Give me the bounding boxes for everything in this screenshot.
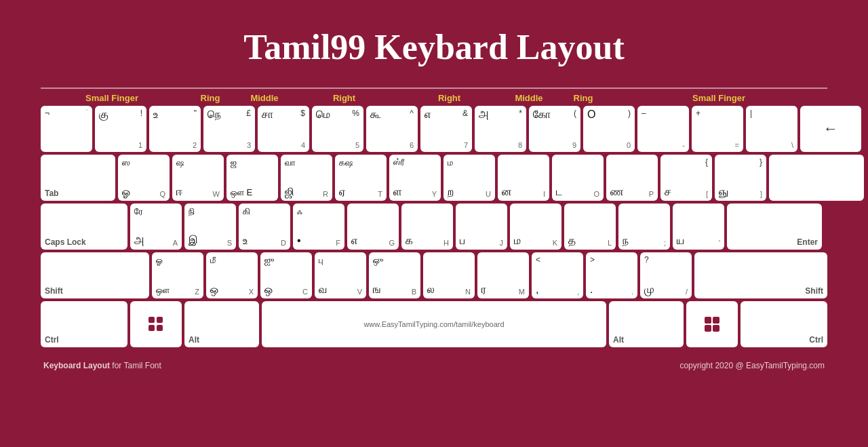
alt-left-key[interactable]: Alt (184, 301, 259, 347)
key-c[interactable]: ஐு ஒ C (260, 252, 312, 298)
finger-label-middle-r: Middle (502, 93, 556, 103)
footer-left: Keyboard Layout for Tamil Font (43, 361, 161, 370)
finger-label-small-finger-r: Small Finger (610, 93, 827, 103)
key-2[interactable]: உ " 2 (149, 106, 201, 152)
footer-right: copyright 2020 @ EasyTamilTyping.com (679, 361, 825, 370)
ctrl-right-key[interactable]: Ctrl (741, 301, 827, 347)
key-apostrophe[interactable]: ய ' (673, 203, 724, 250)
key-h[interactable]: க H (401, 203, 453, 250)
key-semicolon[interactable]: ந ; (618, 203, 670, 250)
key-t[interactable]: கஷ ஏ T (335, 155, 387, 201)
alt-right-key[interactable]: Alt (609, 301, 684, 347)
key-period[interactable]: > . . (586, 252, 637, 298)
finger-label-right-r: Right (397, 93, 502, 103)
enter-key[interactable]: Enter (727, 203, 822, 250)
tab-key[interactable]: Tab (41, 155, 115, 201)
finger-label-small-finger-l: Small Finger (41, 93, 183, 103)
key-d[interactable]: கி உ D (239, 203, 290, 250)
key-w[interactable]: ஷ ஈ W (172, 155, 224, 201)
key-y[interactable]: ஸ்ரீ ள Y (389, 155, 441, 201)
key-5[interactable]: மெ % 5 (312, 106, 363, 152)
key-7[interactable]: எ & 7 (420, 106, 472, 152)
key-u[interactable]: ம ற U (443, 155, 495, 201)
key-9[interactable]: கோ ( 9 (529, 106, 580, 152)
finger-label-right-l: Right (292, 93, 397, 103)
key-f[interactable]: ஃ • F (293, 203, 344, 250)
key-backslash[interactable]: | \ (746, 106, 797, 152)
finger-label-ring-r: Ring (556, 93, 610, 103)
key-n[interactable]: ல N (423, 252, 475, 298)
enter-key-top[interactable] (769, 155, 864, 201)
key-z[interactable]: ஓ ஒள Z (152, 252, 203, 298)
keyboard-container: Small Finger Ring Middle Right Right Mid… (41, 88, 827, 350)
footer: Keyboard Layout for Tamil Font copyright… (41, 361, 827, 370)
key-minus[interactable]: – - (637, 106, 689, 152)
keyboard-row-3: Caps Lock ரே அ A நி (41, 203, 827, 250)
key-l[interactable]: த L (564, 203, 616, 250)
key-b[interactable]: ஒு ங B (369, 252, 420, 298)
key-equals[interactable]: + = (692, 106, 743, 152)
key-3[interactable]: நெ £ 3 (203, 106, 255, 152)
key-k[interactable]: ம K (510, 203, 561, 250)
key-backtick[interactable]: ¬ ` (41, 106, 92, 152)
key-bracket-l[interactable]: { ச [ (660, 155, 712, 201)
key-8[interactable]: அ * 8 (475, 106, 526, 152)
win-right-icon (705, 317, 719, 332)
key-0[interactable]: O ) 0 (583, 106, 635, 152)
keyboard-row-1: ¬ ` கு ! 1 உ " 2 (41, 106, 827, 152)
key-a[interactable]: ரே அ A (130, 203, 182, 250)
finger-label-middle-l: Middle (237, 93, 292, 103)
key-q[interactable]: ஸ ஓ Q (118, 155, 170, 201)
key-x[interactable]: மீ ஒ X (206, 252, 258, 298)
backspace-key[interactable]: ← (800, 106, 861, 152)
key-comma[interactable]: < , , (532, 252, 583, 298)
key-g[interactable]: எ G (347, 203, 399, 250)
key-1[interactable]: கு ! 1 (95, 106, 146, 152)
win-left-icon (149, 317, 163, 332)
key-o[interactable]: ட O (552, 155, 604, 201)
key-slash[interactable]: ? மு / (640, 252, 692, 298)
win-left-key[interactable] (130, 301, 182, 347)
key-r[interactable]: வா ஜி R (281, 155, 332, 201)
caps-lock-key[interactable]: Caps Lock (41, 203, 127, 250)
keyboard-row-4: Shift ஓ ஒள Z மீ (41, 252, 827, 298)
key-p[interactable]: ண P (606, 155, 658, 201)
key-bracket-r[interactable]: } ஞு ] (715, 155, 766, 201)
key-v[interactable]: பு வ V (315, 252, 366, 298)
keyboard-row-5: Ctrl Alt www.EasyTamilTyping.com/tamil/k… (41, 301, 827, 347)
finger-label-ring-l: Ring (183, 93, 237, 103)
shift-left-key[interactable]: Shift (41, 252, 149, 298)
page-title: Tamil99 Keybard Layout (243, 27, 625, 67)
key-m[interactable]: ர M (477, 252, 529, 298)
win-right-key[interactable] (686, 301, 738, 347)
key-i[interactable]: ன I (498, 155, 549, 201)
key-j[interactable]: ப J (456, 203, 507, 250)
finger-labels: Small Finger Ring Middle Right Right Mid… (41, 88, 827, 103)
key-s[interactable]: நி இ S (184, 203, 236, 250)
space-key[interactable]: www.EasyTamilTyping.com/tamil/keyboard (262, 301, 606, 347)
keyboard-row-2: Tab ஸ ஓ Q ஷ ஈ (41, 155, 827, 201)
key-e[interactable]: ஜ ஒள E (226, 155, 278, 201)
key-4[interactable]: சா $ 4 (258, 106, 309, 152)
shift-right-key[interactable]: Shift (694, 252, 827, 298)
key-6[interactable]: கூ ^ 6 (366, 106, 418, 152)
ctrl-left-key[interactable]: Ctrl (41, 301, 127, 347)
